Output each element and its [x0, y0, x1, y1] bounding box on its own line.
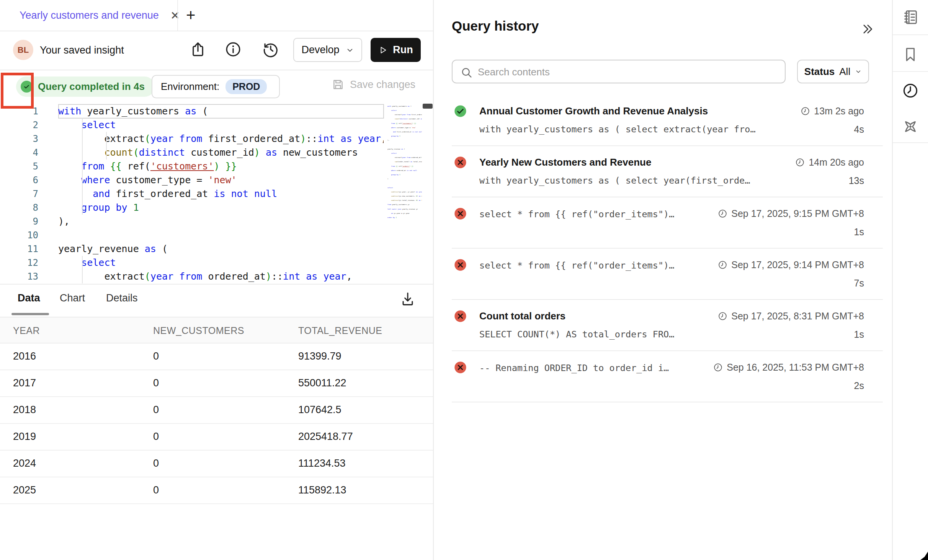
table-row[interactable]: 2018 0 107642.5	[0, 397, 433, 424]
query-history-item[interactable]: -- Renaming ORDER_ID to order_id i… Sep …	[434, 351, 892, 402]
column-header-year[interactable]: YEAR	[13, 325, 40, 336]
search-box	[452, 60, 786, 83]
develop-button[interactable]: Develop	[293, 38, 362, 62]
code-line[interactable]: ),	[58, 215, 384, 228]
tab-chart[interactable]: Chart	[60, 292, 85, 304]
code-line[interactable]: select	[58, 118, 384, 132]
query-history-item[interactable]: select * from {{ ref("order_items")… Sep…	[434, 197, 892, 249]
close-icon[interactable]: ✕	[170, 9, 180, 22]
info-icon[interactable]	[224, 41, 242, 58]
line-number: 4	[0, 146, 38, 160]
table-row[interactable]: 2016 0 91399.79	[0, 343, 433, 370]
save-changes-label: Save changes	[350, 79, 415, 91]
query-timestamp: Sep 16, 2025, 11:53 PM GMT+8	[713, 362, 864, 373]
cell-new-customers: 0	[153, 431, 159, 443]
environment-label: Environment:	[161, 81, 219, 93]
code-line[interactable]: count(distinct customer_id) as new_custo…	[58, 146, 384, 160]
success-check-icon	[454, 105, 467, 117]
editor-scrollbar[interactable]	[423, 104, 433, 109]
code-lines[interactable]: with yearly_customers as ( select extrac…	[58, 104, 384, 283]
code-line[interactable]: group by 1	[58, 201, 384, 215]
code-line[interactable]: yearly_revenue as (	[58, 242, 384, 256]
bookmark-icon[interactable]	[902, 46, 919, 63]
cell-total-revenue: 2025418.77	[298, 431, 353, 443]
query-time-text: Sep 17, 2025, 9:14 PM GMT+8	[731, 259, 864, 270]
query-sql-preview: SELECT COUNT(*) AS total_orders FRO…	[479, 329, 674, 340]
table-row[interactable]: 2017 0 550011.22	[0, 370, 433, 397]
compass-icon[interactable]	[902, 118, 919, 135]
query-history-item[interactable]: Yearly New Customers and Revenue with ye…	[434, 146, 892, 197]
query-history-title: Query history	[452, 18, 539, 34]
code-line[interactable]: where customer_type = 'new'	[58, 173, 384, 187]
search-icon	[460, 66, 473, 79]
minimap-line: select	[387, 108, 422, 112]
query-history-item[interactable]: select * from {{ ref("order_items")… Sep…	[434, 249, 892, 300]
collapse-panel-icon[interactable]	[860, 21, 875, 37]
table-row[interactable]: 2019 0 2025418.77	[0, 424, 433, 451]
cell-new-customers: 0	[153, 377, 159, 389]
status-filter-value: All	[839, 66, 850, 78]
sql-editor[interactable]: 12345678910111213 with yearly_customers …	[0, 100, 433, 284]
code-line[interactable]: select	[58, 256, 384, 270]
code-line[interactable]: extract(year from ordered_at)::int as ye…	[58, 270, 384, 283]
share-icon[interactable]	[189, 41, 207, 58]
minimap-line: from yearly_customers yc	[387, 203, 422, 207]
query-sql-preview: select * from {{ ref("order_items")…	[479, 209, 674, 220]
query-duration: 1s	[854, 329, 864, 340]
download-icon[interactable]	[399, 291, 416, 308]
minimap-line: full outer join yearly_revenue yr	[387, 207, 422, 211]
version-history-icon[interactable]	[262, 41, 279, 58]
code-line[interactable]: from {{ ref('customers') }}	[58, 160, 384, 173]
query-title: Yearly New Customers and Revenue	[479, 156, 651, 168]
line-number: 10	[0, 228, 38, 242]
cell-new-customers: 0	[153, 457, 159, 469]
query-duration: 4s	[854, 124, 864, 135]
cell-total-revenue: 91399.79	[298, 350, 341, 362]
query-title: Count total orders	[479, 310, 565, 322]
line-number: 2	[0, 118, 38, 132]
minimap-line: extract(year from first_ordered_at)::int…	[387, 112, 422, 117]
code-line[interactable]: extract(year from first_ordered_at)::int…	[58, 132, 384, 146]
cell-total-revenue: 107642.5	[298, 404, 341, 416]
column-header-new-customers[interactable]: NEW_CUSTOMERS	[153, 325, 244, 336]
tab-yearly-customers[interactable]: Yearly customers and revenue ✕	[20, 0, 180, 31]
code-line[interactable]: with yearly_customers as (	[58, 104, 384, 118]
line-number: 7	[0, 187, 38, 201]
minimap-line	[387, 181, 422, 186]
minimap-line: )	[387, 177, 422, 181]
minimap-line: group by 1	[387, 134, 422, 138]
run-button[interactable]: Run	[371, 38, 421, 62]
environment-selector[interactable]: Environment: PROD	[152, 75, 280, 98]
status-icon	[454, 361, 467, 374]
minimap-line: group by 1	[387, 173, 422, 177]
cell-year: 2018	[13, 404, 36, 416]
table-row[interactable]: 2025 0 115892.13	[0, 477, 433, 504]
search-input[interactable]	[477, 62, 777, 82]
line-number: 6	[0, 173, 38, 187]
query-history-item[interactable]: Annual Customer Growth and Revenue Analy…	[434, 95, 892, 146]
query-history-item[interactable]: Count total orders SELECT COUNT(*) AS to…	[434, 300, 892, 351]
chevron-down-icon	[346, 46, 354, 54]
avatar[interactable]: BL	[13, 40, 33, 60]
save-changes-button[interactable]: Save changes	[332, 78, 415, 91]
error-x-icon	[454, 310, 467, 322]
tab-data[interactable]: Data	[18, 292, 40, 304]
clock-icon[interactable]	[902, 82, 919, 99]
notebook-icon[interactable]	[902, 8, 919, 26]
minimap-line: ),	[387, 138, 422, 143]
query-timestamp: Sep 17, 2025, 8:31 PM GMT+8	[718, 311, 864, 322]
new-tab-button[interactable]: +	[186, 6, 196, 24]
query-timestamp: Sep 17, 2025, 9:14 PM GMT+8	[718, 259, 864, 270]
editor-minimap[interactable]: with yearly_customers as ( select extrac…	[387, 104, 422, 230]
status-filter-button[interactable]: Status All	[797, 60, 869, 83]
cell-new-customers: 0	[153, 404, 159, 416]
code-line[interactable]	[58, 228, 384, 242]
table-row[interactable]: 2024 0 111234.53	[0, 451, 433, 477]
cell-total-revenue: 550011.22	[298, 377, 346, 389]
tab-title[interactable]: Yearly customers and revenue	[20, 10, 159, 21]
code-line[interactable]: and first_ordered_at is not null	[58, 187, 384, 201]
tab-details[interactable]: Details	[106, 292, 138, 304]
cell-year: 2017	[13, 377, 36, 389]
column-header-total-revenue[interactable]: TOTAL_REVENUE	[298, 325, 382, 336]
status-icon	[454, 105, 467, 117]
